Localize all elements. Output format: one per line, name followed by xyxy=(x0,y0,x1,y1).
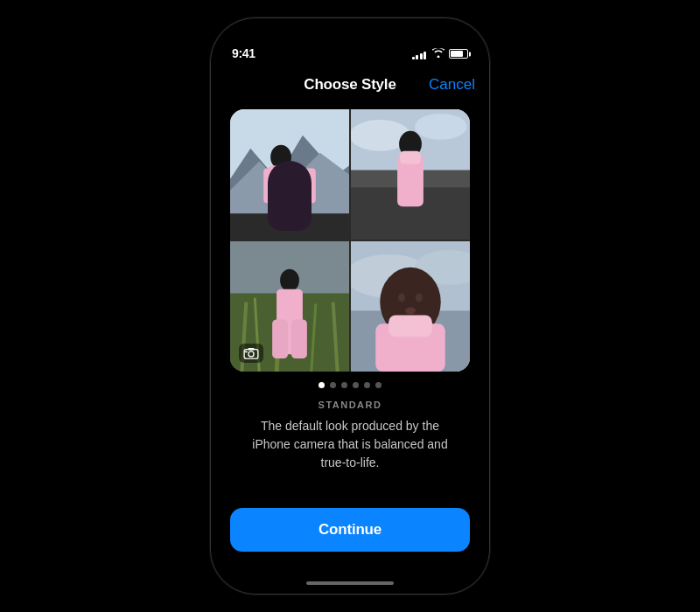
style-description: The default look produced by the iPhone … xyxy=(246,417,454,472)
pagination-dots xyxy=(211,382,489,388)
photo-grid xyxy=(230,109,470,372)
svg-rect-27 xyxy=(291,319,307,358)
continue-button[interactable]: Continue xyxy=(230,508,470,552)
photo-bottom-right xyxy=(351,241,470,372)
svg-rect-6 xyxy=(263,169,274,204)
photo-top-right xyxy=(351,109,470,240)
screen: 9:41 Choose Style xyxy=(211,18,489,594)
svg-point-42 xyxy=(405,307,416,314)
style-label: STANDARD xyxy=(211,400,489,410)
status-icons xyxy=(412,47,469,60)
continue-button-label: Continue xyxy=(318,521,382,539)
signal-icon xyxy=(412,49,427,59)
svg-rect-15 xyxy=(400,151,421,164)
nav-title: Choose Style xyxy=(304,76,396,94)
cancel-button[interactable]: Cancel xyxy=(429,76,475,94)
nav-bar: Choose Style Cancel xyxy=(211,66,489,104)
photo-bottom-left xyxy=(230,241,349,372)
dot-5 xyxy=(364,382,370,388)
dot-6 xyxy=(375,382,382,388)
dot-3 xyxy=(341,382,347,388)
photo-top-left xyxy=(230,109,349,240)
battery-icon xyxy=(449,49,468,59)
svg-point-4 xyxy=(270,145,291,170)
svg-rect-3 xyxy=(230,213,349,240)
svg-rect-5 xyxy=(268,166,294,214)
photo-grid-container xyxy=(230,109,470,372)
dot-1 xyxy=(318,382,325,388)
dynamic-island xyxy=(311,29,389,53)
svg-point-24 xyxy=(280,269,299,292)
dot-4 xyxy=(353,382,359,388)
camera-overlay-icon xyxy=(239,344,263,363)
wifi-icon xyxy=(432,47,444,60)
svg-point-40 xyxy=(398,294,405,303)
dot-2 xyxy=(330,382,336,388)
svg-point-29 xyxy=(248,351,254,357)
phone-frame: 9:41 Choose Style xyxy=(210,17,490,595)
svg-rect-7 xyxy=(305,169,316,204)
status-time: 9:41 xyxy=(232,46,256,60)
svg-point-12 xyxy=(415,114,467,140)
svg-rect-31 xyxy=(245,351,248,352)
home-indicator xyxy=(306,581,394,585)
svg-rect-39 xyxy=(388,315,432,337)
svg-rect-26 xyxy=(272,319,288,358)
svg-rect-30 xyxy=(248,348,255,351)
svg-point-41 xyxy=(416,294,423,303)
